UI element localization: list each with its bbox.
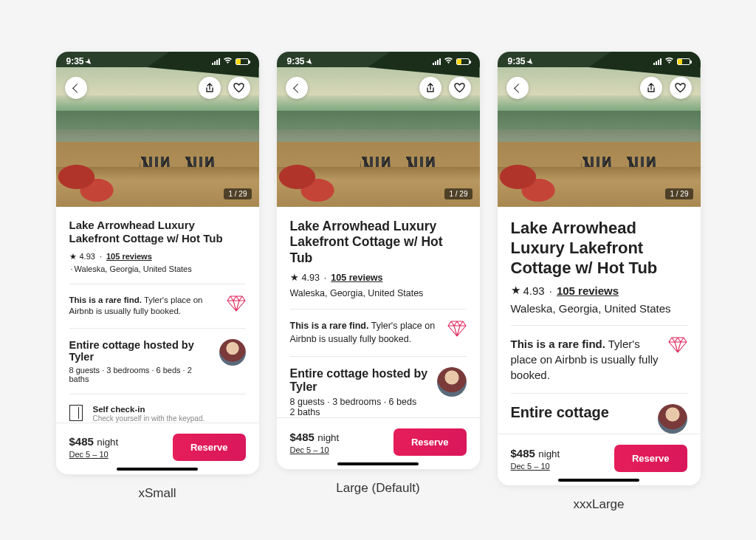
listing-title: Lake Arrowhead Luxury Lakefront Cottage … [511,219,687,278]
battery-icon [456,58,470,65]
rating-value: 4.93 [302,273,320,283]
listing-location: Waleska, Georgia, United States [290,288,424,298]
status-bar: 9:35➤ [56,56,259,66]
share-icon [425,83,436,93]
host-avatar[interactable] [437,367,467,397]
star-icon: ★ [69,252,77,262]
listing-stats: 8 guests · 3 bedrooms · 6 beds · 2 baths [69,366,210,383]
heart-icon [454,83,465,93]
listing-title: Lake Arrowhead Luxury Lakefront Cottage … [69,219,246,246]
hero-image[interactable]: 9:35➤ 1 / 29 [56,52,259,207]
self-checkin-row: Self check-in Check yourself in with the… [69,405,246,423]
host-avatar[interactable] [658,404,687,434]
status-time: 9:35 [287,56,305,66]
battery-icon [236,58,249,65]
dates-link[interactable]: Dec 5 – 10 [69,450,119,459]
reviews-link[interactable]: 105 reviews [106,252,152,261]
back-button[interactable] [65,77,87,99]
reserve-button[interactable]: Reserve [614,445,687,472]
share-button[interactable] [199,77,221,99]
location-arrow-icon: ➤ [525,57,535,66]
host-section: Entire cottage hosted by Tyler 8 guests … [69,339,246,383]
back-button[interactable] [286,77,308,99]
phone-xsmall: 9:35➤ 1 / 29 Lake Arrowhead Luxury Lakef… [56,52,259,474]
host-title: Entire cottage [511,404,649,421]
caption-xsmall: xSmall [138,486,176,501]
diamond-icon [447,320,467,338]
listing-location: Waleska, Georgia, United States [511,302,671,315]
phone-xxxlarge: 9:35➤ 1 / 29 Lake Arrowhead Luxury Lakef… [498,52,701,485]
favorite-button[interactable] [449,77,471,99]
wifi-icon [444,57,453,66]
reserve-button[interactable]: Reserve [173,434,246,461]
reviews-link[interactable]: 105 reviews [331,273,382,283]
chevron-left-icon [72,83,82,93]
signal-icon [433,58,441,65]
battery-icon [677,58,690,65]
status-time: 9:35 [508,56,526,66]
booking-footer: $485 night Dec 5 – 10 Reserve [56,423,259,474]
chevron-left-icon [293,83,303,93]
signal-icon [212,58,220,65]
listing-title: Lake Arrowhead Luxury Lakefront Cottage … [290,219,467,266]
home-indicator [558,479,639,482]
heart-icon [233,83,244,93]
dates-link[interactable]: Dec 5 – 10 [290,445,340,454]
rare-find-banner: This is a rare find. Tyler's place on Ai… [511,336,687,383]
booking-footer: $485 night Dec 5 – 10 Reserve [498,434,701,485]
dates-link[interactable]: Dec 5 – 10 [511,462,560,471]
rating-value: 4.93 [80,252,95,261]
status-bar: 9:35➤ [277,56,480,66]
phone-large: 9:35➤ 1 / 29 Lake Arrowhead Luxury Lakef… [277,52,480,469]
status-time: 9:35 [66,56,84,66]
rating-value: 4.93 [523,284,545,297]
caption-large: Large (Default) [336,481,419,496]
reviews-link[interactable]: 105 reviews [557,284,619,297]
heart-icon [675,83,686,93]
back-button[interactable] [506,77,529,99]
host-section: Entire cottage [511,404,687,434]
host-title: Entire cottage hosted by Tyler [290,367,428,394]
listing-stats: 8 guests · 3 bedrooms · 6 beds2 baths [290,397,428,417]
reserve-button[interactable]: Reserve [394,428,467,456]
location-arrow-icon: ➤ [83,57,93,66]
diamond-icon [227,295,246,312]
rare-find-banner: This is a rare find. Tyler's place on Ai… [290,320,467,346]
hero-image[interactable]: 9:35➤ 1 / 29 [277,52,480,207]
hero-image[interactable]: 9:35➤ 1 / 29 [498,52,701,207]
chevron-left-icon [514,83,523,93]
wifi-icon [223,57,233,66]
price: $485 [69,435,94,448]
status-bar: 9:35➤ [498,56,701,66]
favorite-button[interactable] [670,77,692,99]
price: $485 [290,431,315,443]
diamond-icon [668,336,687,354]
signal-icon [653,58,662,65]
image-pager: 1 / 29 [665,188,693,199]
price: $485 [511,447,535,459]
listing-location: Waleska, Georgia, United States [75,264,192,273]
host-title: Entire cottage hosted by Tyler [69,339,210,363]
host-avatar[interactable] [219,339,246,366]
share-button[interactable] [640,77,662,99]
home-indicator [117,468,198,471]
door-icon [69,405,83,421]
favorite-button[interactable] [228,77,250,99]
location-arrow-icon: ➤ [304,57,314,66]
star-icon: ★ [511,284,520,297]
image-pager: 1 / 29 [224,188,251,199]
share-icon [646,83,656,93]
share-icon [205,83,215,93]
home-indicator [337,462,419,465]
caption-xxxlarge: xxxLarge [574,497,625,512]
host-section: Entire cottage hosted by Tyler 8 guests … [290,367,467,417]
star-icon: ★ [290,272,299,283]
wifi-icon [664,57,674,66]
image-pager: 1 / 29 [444,188,472,199]
booking-footer: $485 night Dec 5 – 10 Reserve [277,417,480,469]
share-button[interactable] [419,77,441,99]
rare-find-banner: This is a rare find. Tyler's place on Ai… [69,295,246,318]
